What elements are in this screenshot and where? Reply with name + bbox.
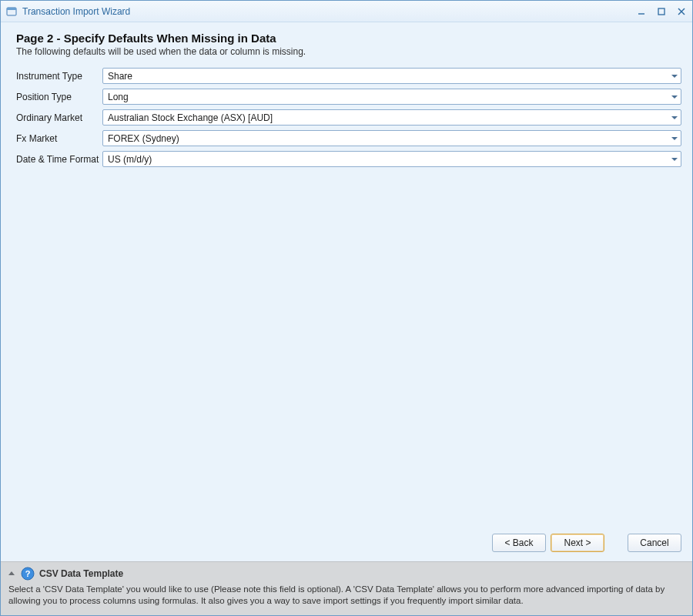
combo-date-format-value: US (m/d/y)	[108, 154, 152, 165]
label-date-format: Date & Time Format	[16, 154, 102, 165]
page-heading: Page 2 - Specify Defaults When Missing i…	[1, 22, 692, 63]
button-spacer	[611, 534, 621, 552]
combo-fx-market[interactable]: FOREX (Sydney)	[102, 130, 681, 146]
combo-ordinary-market[interactable]: Australian Stock Exchange (ASX) [AUD]	[102, 109, 681, 126]
page-subtitle: The following defaults will be used when…	[16, 46, 677, 57]
combo-date-format[interactable]: US (m/d/y)	[102, 151, 681, 167]
nav-button-group: < Back Next >	[492, 534, 604, 552]
combo-ordinary-market-value: Australian Stock Exchange (ASX) [AUD]	[108, 112, 273, 123]
wizard-buttons: < Back Next > Cancel	[1, 526, 692, 561]
maximize-button[interactable]	[655, 5, 668, 18]
chevron-down-icon	[671, 116, 678, 119]
row-instrument-type: Instrument Type Share	[16, 68, 681, 84]
combo-instrument-type-value: Share	[108, 71, 132, 82]
label-ordinary-market: Ordinary Market	[16, 112, 102, 123]
row-fx-market: Fx Market FOREX (Sydney)	[16, 130, 681, 146]
next-button[interactable]: Next >	[551, 534, 604, 552]
row-ordinary-market: Ordinary Market Australian Stock Exchang…	[16, 109, 681, 126]
window-controls	[635, 5, 688, 18]
app-icon	[5, 5, 18, 18]
window-title: Transaction Import Wizard	[22, 6, 130, 17]
close-button[interactable]	[675, 5, 688, 18]
combo-position-type-value: Long	[108, 92, 129, 102]
help-header[interactable]: ? CSV Data Template	[8, 567, 685, 581]
row-date-format: Date & Time Format US (m/d/y)	[16, 151, 681, 167]
chevron-down-icon	[671, 137, 678, 140]
svg-rect-3	[658, 8, 665, 15]
svg-text:?: ?	[25, 569, 31, 578]
row-position-type: Position Type Long	[16, 89, 681, 105]
combo-instrument-type[interactable]: Share	[102, 68, 681, 84]
defaults-form: Instrument Type Share Position Type Long…	[1, 63, 692, 179]
help-body: Select a 'CSV Data Template' you would l…	[8, 584, 685, 608]
chevron-down-icon	[671, 158, 678, 161]
cancel-button[interactable]: Cancel	[628, 534, 681, 552]
help-title: CSV Data Template	[39, 568, 123, 579]
body-spacer	[1, 179, 692, 526]
chevron-down-icon	[671, 75, 678, 78]
help-icon: ?	[21, 567, 35, 581]
label-instrument-type: Instrument Type	[16, 71, 102, 82]
help-panel: ? CSV Data Template Select a 'CSV Data T…	[1, 561, 692, 615]
label-position-type: Position Type	[16, 92, 102, 102]
label-fx-market: Fx Market	[16, 133, 102, 144]
page-title: Page 2 - Specify Defaults When Missing i…	[16, 32, 677, 45]
collapse-caret-icon	[8, 571, 15, 575]
back-button[interactable]: < Back	[492, 534, 546, 552]
combo-position-type[interactable]: Long	[102, 89, 681, 105]
chevron-down-icon	[671, 95, 678, 99]
combo-fx-market-value: FOREX (Sydney)	[108, 133, 179, 144]
title-bar: Transaction Import Wizard	[1, 1, 692, 22]
svg-rect-1	[7, 8, 16, 10]
minimize-button[interactable]	[635, 5, 648, 18]
wizard-window: Transaction Import Wizard Page 2 - Speci…	[0, 0, 693, 616]
